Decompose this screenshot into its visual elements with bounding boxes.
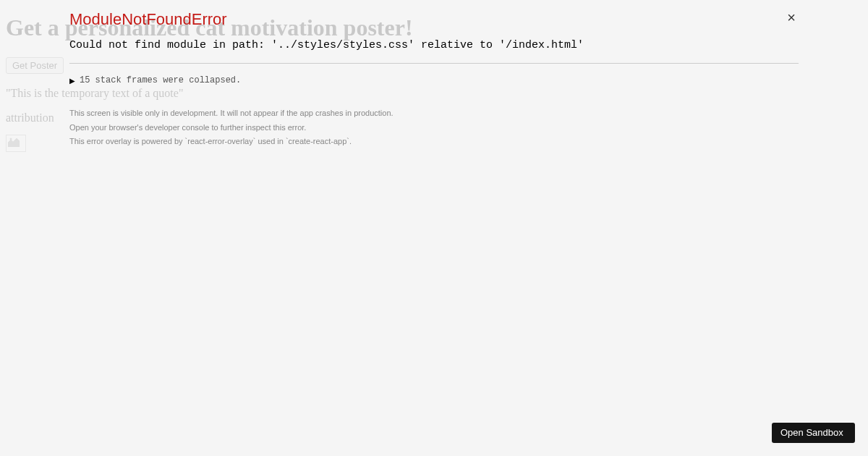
info-line: Open your browser's developer console to… [69,122,799,135]
divider [69,63,799,64]
error-name: ModuleNotFoundError [69,10,799,29]
close-button[interactable]: × [787,10,796,25]
error-overlay: × ModuleNotFoundError Could not find mod… [0,0,868,456]
expand-triangle-icon: ▶ [69,77,75,85]
info-line: This screen is visible only in developme… [69,107,799,120]
open-sandbox-button[interactable]: Open Sandbox [772,423,855,443]
stack-frames-label: 15 stack frames were collapsed. [80,75,241,85]
info-line: This error overlay is powered by `react-… [69,135,799,148]
stack-frames-toggle[interactable]: ▶ 15 stack frames were collapsed. [69,75,799,85]
error-message: Could not find module in path: '../style… [69,39,799,51]
dev-info-block: This screen is visible only in developme… [69,107,799,148]
